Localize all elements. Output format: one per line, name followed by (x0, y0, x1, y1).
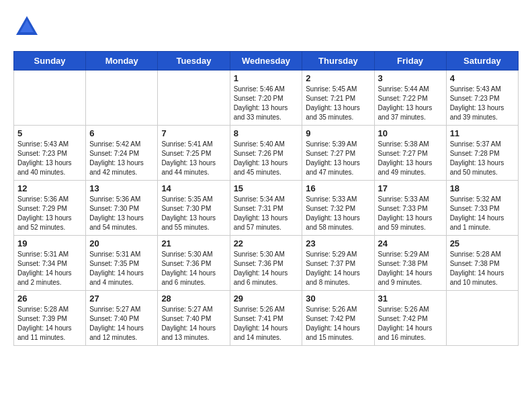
day-number: 14 (161, 183, 226, 193)
day-cell-27: 27Sunrise: 5:27 AM Sunset: 7:40 PM Dayli… (86, 291, 158, 346)
day-info: Sunrise: 5:26 AM Sunset: 7:41 PM Dayligh… (234, 305, 299, 342)
day-cell-1: 1Sunrise: 5:46 AM Sunset: 7:20 PM Daylig… (230, 71, 302, 126)
day-info: Sunrise: 5:32 AM Sunset: 7:33 PM Dayligh… (450, 195, 515, 232)
day-number: 23 (306, 238, 370, 248)
day-info: Sunrise: 5:26 AM Sunset: 7:42 PM Dayligh… (306, 305, 370, 342)
day-cell-7: 7Sunrise: 5:41 AM Sunset: 7:25 PM Daylig… (158, 126, 230, 181)
week-row-3: 12Sunrise: 5:36 AM Sunset: 7:29 PM Dayli… (14, 181, 519, 236)
week-row-2: 5Sunrise: 5:43 AM Sunset: 7:23 PM Daylig… (14, 126, 519, 181)
day-info: Sunrise: 5:42 AM Sunset: 7:24 PM Dayligh… (89, 140, 154, 177)
logo-icon (13, 13, 40, 40)
day-cell-19: 19Sunrise: 5:31 AM Sunset: 7:34 PM Dayli… (14, 236, 86, 291)
day-number: 29 (234, 293, 299, 304)
day-cell-26: 26Sunrise: 5:28 AM Sunset: 7:39 PM Dayli… (14, 291, 86, 346)
empty-cell (446, 291, 518, 346)
weekday-header-thursday: Thursday (302, 52, 374, 71)
weekday-header-wednesday: Wednesday (230, 52, 302, 71)
day-info: Sunrise: 5:30 AM Sunset: 7:36 PM Dayligh… (234, 250, 299, 287)
day-info: Sunrise: 5:27 AM Sunset: 7:40 PM Dayligh… (161, 305, 226, 342)
day-number: 8 (234, 128, 299, 138)
day-info: Sunrise: 5:41 AM Sunset: 7:25 PM Dayligh… (161, 140, 226, 177)
day-info: Sunrise: 5:36 AM Sunset: 7:30 PM Dayligh… (89, 195, 154, 232)
day-info: Sunrise: 5:40 AM Sunset: 7:26 PM Dayligh… (234, 140, 299, 177)
day-cell-10: 10Sunrise: 5:38 AM Sunset: 7:27 PM Dayli… (374, 126, 446, 181)
day-info: Sunrise: 5:44 AM Sunset: 7:22 PM Dayligh… (378, 85, 443, 122)
weekday-header-sunday: Sunday (14, 52, 86, 71)
day-number: 20 (89, 238, 154, 248)
day-cell-13: 13Sunrise: 5:36 AM Sunset: 7:30 PM Dayli… (86, 181, 158, 236)
day-cell-5: 5Sunrise: 5:43 AM Sunset: 7:23 PM Daylig… (14, 126, 86, 181)
day-info: Sunrise: 5:43 AM Sunset: 7:23 PM Dayligh… (450, 85, 515, 122)
weekday-header-saturday: Saturday (446, 52, 518, 71)
day-number: 24 (378, 238, 443, 248)
day-info: Sunrise: 5:36 AM Sunset: 7:29 PM Dayligh… (17, 195, 82, 232)
day-number: 13 (89, 183, 154, 193)
day-number: 5 (17, 128, 82, 138)
day-info: Sunrise: 5:46 AM Sunset: 7:20 PM Dayligh… (234, 85, 299, 122)
day-info: Sunrise: 5:33 AM Sunset: 7:33 PM Dayligh… (378, 195, 443, 232)
day-number: 21 (161, 238, 226, 248)
day-cell-22: 22Sunrise: 5:30 AM Sunset: 7:36 PM Dayli… (230, 236, 302, 291)
day-cell-15: 15Sunrise: 5:34 AM Sunset: 7:31 PM Dayli… (230, 181, 302, 236)
day-number: 7 (161, 128, 226, 138)
day-cell-25: 25Sunrise: 5:28 AM Sunset: 7:38 PM Dayli… (446, 236, 518, 291)
page-header (13, 13, 519, 40)
weekday-header-friday: Friday (374, 52, 446, 71)
day-info: Sunrise: 5:39 AM Sunset: 7:27 PM Dayligh… (306, 140, 370, 177)
day-number: 17 (378, 183, 443, 193)
empty-cell (158, 71, 230, 126)
day-cell-18: 18Sunrise: 5:32 AM Sunset: 7:33 PM Dayli… (446, 181, 518, 236)
day-cell-29: 29Sunrise: 5:26 AM Sunset: 7:41 PM Dayli… (230, 291, 302, 346)
weekday-header-row: SundayMondayTuesdayWednesdayThursdayFrid… (14, 52, 519, 71)
day-info: Sunrise: 5:38 AM Sunset: 7:27 PM Dayligh… (378, 140, 443, 177)
day-cell-2: 2Sunrise: 5:45 AM Sunset: 7:21 PM Daylig… (302, 71, 374, 126)
day-info: Sunrise: 5:28 AM Sunset: 7:38 PM Dayligh… (450, 250, 515, 287)
day-number: 2 (306, 73, 370, 83)
day-number: 1 (234, 73, 299, 83)
day-number: 28 (161, 293, 226, 304)
week-row-5: 26Sunrise: 5:28 AM Sunset: 7:39 PM Dayli… (14, 291, 519, 346)
weekday-header-tuesday: Tuesday (158, 52, 230, 71)
day-number: 31 (378, 293, 443, 304)
day-number: 9 (306, 128, 370, 138)
day-number: 25 (450, 238, 515, 248)
week-row-1: 1Sunrise: 5:46 AM Sunset: 7:20 PM Daylig… (14, 71, 519, 126)
day-info: Sunrise: 5:35 AM Sunset: 7:30 PM Dayligh… (161, 195, 226, 232)
day-info: Sunrise: 5:43 AM Sunset: 7:23 PM Dayligh… (17, 140, 82, 177)
day-number: 10 (378, 128, 443, 138)
day-cell-20: 20Sunrise: 5:31 AM Sunset: 7:35 PM Dayli… (86, 236, 158, 291)
day-info: Sunrise: 5:28 AM Sunset: 7:39 PM Dayligh… (17, 305, 82, 342)
day-number: 30 (306, 293, 370, 304)
day-info: Sunrise: 5:37 AM Sunset: 7:28 PM Dayligh… (450, 140, 515, 177)
day-info: Sunrise: 5:33 AM Sunset: 7:32 PM Dayligh… (306, 195, 370, 232)
day-cell-16: 16Sunrise: 5:33 AM Sunset: 7:32 PM Dayli… (302, 181, 374, 236)
day-cell-4: 4Sunrise: 5:43 AM Sunset: 7:23 PM Daylig… (446, 71, 518, 126)
day-cell-28: 28Sunrise: 5:27 AM Sunset: 7:40 PM Dayli… (158, 291, 230, 346)
day-info: Sunrise: 5:30 AM Sunset: 7:36 PM Dayligh… (161, 250, 226, 287)
day-cell-6: 6Sunrise: 5:42 AM Sunset: 7:24 PM Daylig… (86, 126, 158, 181)
day-info: Sunrise: 5:27 AM Sunset: 7:40 PM Dayligh… (89, 305, 154, 342)
day-number: 19 (17, 238, 82, 248)
day-cell-12: 12Sunrise: 5:36 AM Sunset: 7:29 PM Dayli… (14, 181, 86, 236)
day-info: Sunrise: 5:26 AM Sunset: 7:42 PM Dayligh… (378, 305, 443, 342)
day-info: Sunrise: 5:29 AM Sunset: 7:37 PM Dayligh… (306, 250, 370, 287)
day-number: 27 (89, 293, 154, 304)
day-cell-23: 23Sunrise: 5:29 AM Sunset: 7:37 PM Dayli… (302, 236, 374, 291)
day-cell-30: 30Sunrise: 5:26 AM Sunset: 7:42 PM Dayli… (302, 291, 374, 346)
day-number: 12 (17, 183, 82, 193)
weekday-header-monday: Monday (86, 52, 158, 71)
day-info: Sunrise: 5:29 AM Sunset: 7:38 PM Dayligh… (378, 250, 443, 287)
day-number: 6 (89, 128, 154, 138)
empty-cell (14, 71, 86, 126)
day-number: 22 (234, 238, 299, 248)
day-cell-9: 9Sunrise: 5:39 AM Sunset: 7:27 PM Daylig… (302, 126, 374, 181)
day-cell-3: 3Sunrise: 5:44 AM Sunset: 7:22 PM Daylig… (374, 71, 446, 126)
day-info: Sunrise: 5:34 AM Sunset: 7:31 PM Dayligh… (234, 195, 299, 232)
day-number: 3 (378, 73, 443, 83)
day-number: 11 (450, 128, 515, 138)
day-number: 15 (234, 183, 299, 193)
day-cell-11: 11Sunrise: 5:37 AM Sunset: 7:28 PM Dayli… (446, 126, 518, 181)
day-number: 26 (17, 293, 82, 304)
day-cell-8: 8Sunrise: 5:40 AM Sunset: 7:26 PM Daylig… (230, 126, 302, 181)
day-number: 18 (450, 183, 515, 193)
